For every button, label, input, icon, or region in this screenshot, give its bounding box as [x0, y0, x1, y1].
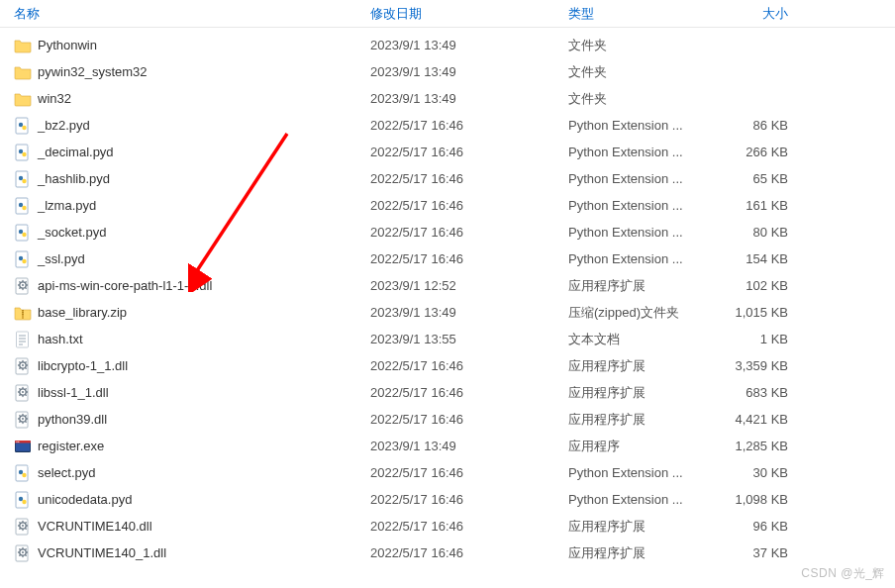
- file-row[interactable]: _bz2.pyd 2022/5/17 16:46 Python Extensio…: [0, 112, 895, 139]
- column-header-size-label: 大小: [762, 6, 788, 21]
- column-header-size[interactable]: 大小: [713, 1, 802, 27]
- file-row[interactable]: win32 2023/9/1 13:49 文件夹: [0, 85, 895, 112]
- file-name: unicodedata.pyd: [38, 492, 132, 507]
- file-date: 2022/5/17 16:46: [356, 412, 554, 427]
- column-header-type[interactable]: 类型: [554, 1, 713, 27]
- file-type: Python Extension ...: [554, 198, 713, 213]
- svg-point-4: [19, 148, 23, 152]
- file-name: libssl-1_1.dll: [38, 385, 109, 400]
- python-ext-icon: [14, 224, 32, 242]
- file-row[interactable]: libcrypto-1_1.dll 2022/5/17 16:46 应用程序扩展…: [0, 352, 895, 379]
- folder-icon: [14, 90, 32, 108]
- file-row[interactable]: base_library.zip 2023/9/1 13:49 压缩(zippe…: [0, 299, 895, 326]
- file-size: 266 KB: [713, 145, 802, 159]
- file-size: 154 KB: [713, 251, 802, 266]
- svg-rect-23: [22, 312, 24, 313]
- column-header-date[interactable]: 修改日期: [356, 1, 554, 27]
- file-name: _lzma.pyd: [38, 198, 96, 213]
- file-row[interactable]: Pythonwin 2023/9/1 13:49 文件夹: [0, 32, 895, 58]
- column-header-name-label: 名称: [14, 5, 40, 23]
- python-ext-icon: [14, 170, 32, 188]
- python-ext-icon: [14, 464, 32, 482]
- file-row[interactable]: VCRUNTIME140.dll 2022/5/17 16:46 应用程序扩展 …: [0, 513, 895, 539]
- file-type: 文本文档: [554, 331, 713, 348]
- svg-point-2: [22, 125, 26, 129]
- file-row[interactable]: _decimal.pyd 2022/5/17 16:46 Python Exte…: [0, 139, 895, 165]
- svg-point-5: [22, 151, 26, 155]
- file-row[interactable]: libssl-1_1.dll 2022/5/17 16:46 应用程序扩展 68…: [0, 379, 895, 406]
- file-row[interactable]: _ssl.pyd 2022/5/17 16:46 Python Extensio…: [0, 245, 895, 272]
- file-date: 2022/5/17 16:46: [356, 358, 554, 373]
- svg-point-20: [22, 284, 24, 286]
- file-name: _bz2.pyd: [38, 118, 90, 133]
- file-type: 文件夹: [554, 90, 713, 108]
- file-type: 应用程序扩展: [554, 411, 713, 429]
- svg-point-8: [22, 178, 26, 182]
- file-row[interactable]: api-ms-win-core-path-l1-1-0.dll 2023/9/1…: [0, 272, 895, 299]
- file-row[interactable]: _socket.pyd 2022/5/17 16:46 Python Exten…: [0, 219, 895, 245]
- svg-point-16: [19, 255, 23, 259]
- svg-point-11: [22, 205, 26, 209]
- svg-point-14: [22, 232, 26, 236]
- file-date: 2022/5/17 16:46: [356, 492, 554, 507]
- file-type: 文件夹: [554, 63, 713, 81]
- file-name: register.exe: [38, 439, 104, 453]
- file-type: Python Extension ...: [554, 251, 713, 266]
- file-date: 2023/9/1 13:49: [356, 64, 554, 79]
- file-date: 2022/5/17 16:46: [356, 519, 554, 534]
- svg-point-38: [22, 418, 24, 420]
- python-ext-icon: [14, 250, 32, 268]
- file-date: 2022/5/17 16:46: [356, 225, 554, 240]
- file-date: 2023/9/1 12:52: [356, 278, 554, 293]
- file-name: VCRUNTIME140.dll: [38, 519, 152, 534]
- file-date: 2023/9/1 13:55: [356, 332, 554, 346]
- svg-point-52: [22, 525, 24, 527]
- file-date: 2022/5/17 16:46: [356, 145, 554, 159]
- svg-point-55: [22, 551, 24, 553]
- file-row[interactable]: hash.txt 2023/9/1 13:55 文本文档 1 KB: [0, 326, 895, 352]
- file-name: VCRUNTIME140_1.dll: [38, 545, 166, 560]
- file-row[interactable]: register.exe 2023/9/1 13:49 应用程序 1,285 K…: [0, 433, 895, 459]
- file-size: 96 KB: [713, 519, 802, 534]
- file-name: select.pyd: [38, 465, 96, 480]
- file-size: 3,359 KB: [713, 358, 802, 373]
- file-type: 应用程序扩展: [554, 544, 713, 562]
- file-name: libcrypto-1_1.dll: [38, 358, 128, 373]
- file-size: 37 KB: [713, 545, 802, 560]
- file-row[interactable]: _hashlib.pyd 2022/5/17 16:46 Python Exte…: [0, 165, 895, 192]
- file-type: 应用程序扩展: [554, 384, 713, 402]
- file-row[interactable]: unicodedata.pyd 2022/5/17 16:46 Python E…: [0, 486, 895, 513]
- file-row[interactable]: python39.dll 2022/5/17 16:46 应用程序扩展 4,42…: [0, 406, 895, 433]
- svg-point-1: [19, 122, 23, 126]
- file-row[interactable]: select.pyd 2022/5/17 16:46 Python Extens…: [0, 459, 895, 486]
- file-name: base_library.zip: [38, 305, 127, 320]
- file-type: Python Extension ...: [554, 465, 713, 480]
- file-row[interactable]: VCRUNTIME140_1.dll 2022/5/17 16:46 应用程序扩…: [0, 539, 895, 566]
- file-date: 2022/5/17 16:46: [356, 251, 554, 266]
- file-size: 80 KB: [713, 225, 802, 240]
- file-size: 65 KB: [713, 171, 802, 186]
- file-type: Python Extension ...: [554, 118, 713, 133]
- file-name: _socket.pyd: [38, 225, 106, 240]
- file-type: Python Extension ...: [554, 171, 713, 186]
- file-name: win32: [38, 91, 71, 106]
- file-type: 应用程序扩展: [554, 277, 713, 295]
- file-row[interactable]: pywin32_system32 2023/9/1 13:49 文件夹: [0, 58, 895, 85]
- dll-icon: [14, 544, 32, 562]
- file-size: 1 KB: [713, 332, 802, 346]
- file-type: 应用程序扩展: [554, 357, 713, 375]
- file-row[interactable]: _lzma.pyd 2022/5/17 16:46 Python Extensi…: [0, 192, 895, 219]
- file-date: 2023/9/1 13:49: [356, 91, 554, 106]
- file-size: 683 KB: [713, 385, 802, 400]
- svg-rect-40: [16, 441, 30, 450]
- python-ext-icon: [14, 197, 32, 215]
- file-size: 161 KB: [713, 198, 802, 213]
- file-date: 2023/9/1 13:49: [356, 439, 554, 453]
- column-header-name[interactable]: 名称: [0, 1, 356, 27]
- svg-point-13: [19, 229, 23, 233]
- dll-icon: [14, 411, 32, 429]
- file-date: 2022/5/17 16:46: [356, 545, 554, 560]
- svg-rect-24: [22, 314, 24, 315]
- exe-icon: [14, 438, 32, 455]
- svg-point-45: [19, 469, 23, 473]
